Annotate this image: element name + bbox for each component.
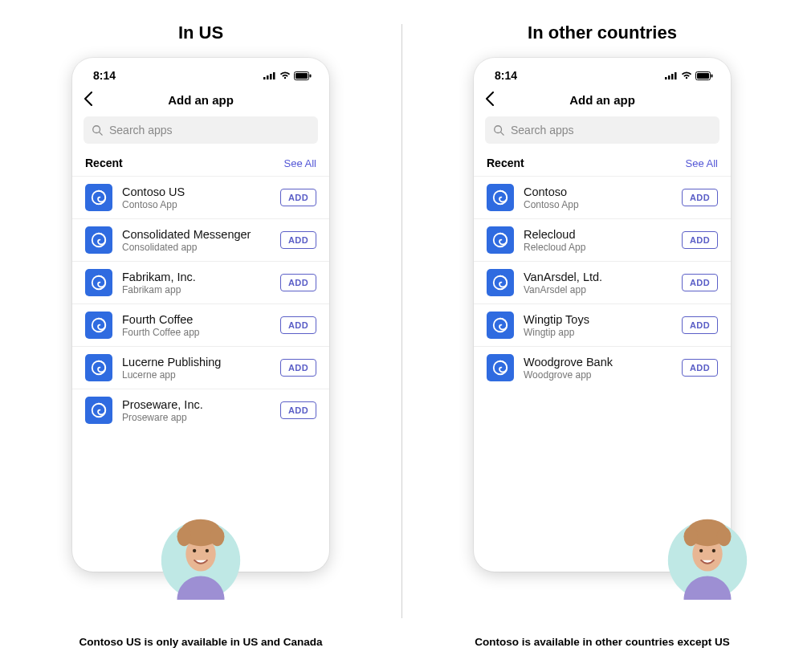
add-button[interactable]: ADD xyxy=(682,359,718,377)
app-name: Lucerne Publishing xyxy=(122,356,271,369)
chevron-left-icon xyxy=(84,92,93,106)
svg-rect-1 xyxy=(267,75,269,79)
search-input[interactable]: Search apps xyxy=(84,116,318,144)
svg-rect-28 xyxy=(711,74,713,77)
search-icon xyxy=(493,124,504,136)
app-publisher: Proseware app xyxy=(122,412,271,423)
list-item[interactable]: Woodgrove BankWoodgrove appADD xyxy=(474,346,731,389)
search-input[interactable]: Search apps xyxy=(485,116,719,144)
app-icon xyxy=(85,397,112,424)
add-button[interactable]: ADD xyxy=(280,316,316,334)
phone-mockup-right: 8:14 Add an app Search apps Recent xyxy=(474,58,731,572)
avatar-left xyxy=(153,505,248,600)
status-icons xyxy=(263,71,312,80)
add-button[interactable]: ADD xyxy=(280,189,316,206)
svg-point-19 xyxy=(210,527,225,547)
app-list-right: ContosoContoso AppADDRelecloudRelecloud … xyxy=(474,176,731,389)
svg-rect-0 xyxy=(263,77,266,79)
add-button[interactable]: ADD xyxy=(682,189,718,206)
app-publisher: Contoso App xyxy=(122,199,271,210)
add-button[interactable]: ADD xyxy=(280,401,316,419)
app-icon xyxy=(487,226,514,254)
chevron-left-icon xyxy=(485,92,495,106)
nav-row: Add an app xyxy=(72,90,329,116)
caption-left: Contoso US is only available in US and C… xyxy=(0,636,402,648)
svg-point-41 xyxy=(699,549,703,552)
add-button[interactable]: ADD xyxy=(280,274,316,291)
nav-row: Add an app xyxy=(474,90,731,116)
add-button[interactable]: ADD xyxy=(280,359,316,377)
app-publisher: Wingtip app xyxy=(524,327,672,338)
back-button[interactable] xyxy=(84,92,93,108)
app-publisher: VanArsdel app xyxy=(524,284,672,295)
wifi-icon xyxy=(681,71,692,79)
page-title: Add an app xyxy=(474,93,731,107)
app-publisher: Consolidated app xyxy=(122,242,271,253)
svg-point-39 xyxy=(684,527,699,547)
status-icons xyxy=(665,71,713,80)
svg-rect-5 xyxy=(296,73,308,79)
app-publisher: Fabrikam app xyxy=(122,284,271,295)
svg-rect-2 xyxy=(270,74,272,79)
page-title: Add an app xyxy=(72,93,329,107)
signal-icon xyxy=(263,71,276,79)
status-time: 8:14 xyxy=(495,69,517,82)
svg-point-20 xyxy=(193,549,196,552)
list-item[interactable]: Fabrikam, Inc.Fabrikam appADD xyxy=(72,261,329,303)
battery-icon xyxy=(695,71,713,80)
status-bar: 8:14 xyxy=(474,66,731,90)
app-icon xyxy=(487,269,514,296)
app-icon xyxy=(487,184,514,211)
svg-rect-25 xyxy=(675,72,677,79)
list-item[interactable]: Wingtip ToysWingtip appADD xyxy=(474,303,731,346)
app-name: Fabrikam, Inc. xyxy=(122,271,271,283)
app-publisher: Contoso App xyxy=(524,199,672,210)
search-icon xyxy=(92,124,103,136)
search-placeholder: Search apps xyxy=(109,124,173,136)
signal-icon xyxy=(665,71,678,79)
app-publisher: Lucerne app xyxy=(122,369,271,381)
svg-rect-23 xyxy=(668,75,671,79)
svg-point-40 xyxy=(717,527,732,547)
right-column: In other countries 8:14 Add an app Searc… xyxy=(402,0,803,672)
app-name: Fourth Coffee xyxy=(122,313,271,326)
list-item[interactable]: RelecloudRelecloud AppADD xyxy=(474,218,731,261)
add-button[interactable]: ADD xyxy=(682,316,718,334)
list-item[interactable]: Proseware, Inc.Proseware appADD xyxy=(72,389,329,431)
app-name: Proseware, Inc. xyxy=(122,398,271,411)
svg-rect-6 xyxy=(310,74,312,77)
left-column: In US 8:14 Add an app Search apps xyxy=(0,0,402,672)
svg-point-42 xyxy=(712,549,715,552)
app-icon xyxy=(487,312,514,339)
list-item[interactable]: Lucerne PublishingLucerne appADD xyxy=(72,346,329,389)
add-button[interactable]: ADD xyxy=(280,231,316,249)
svg-point-18 xyxy=(177,527,192,547)
see-all-link[interactable]: See All xyxy=(686,157,718,169)
app-name: Consolidated Messenger xyxy=(122,228,271,241)
app-icon xyxy=(85,184,112,211)
app-publisher: Woodgrove app xyxy=(524,369,672,381)
caption-right: Contoso is available in other countries … xyxy=(402,636,803,648)
back-button[interactable] xyxy=(485,92,495,108)
heading-right: In other countries xyxy=(528,22,677,43)
app-publisher: Fourth Coffee app xyxy=(122,327,271,338)
app-icon xyxy=(85,269,112,296)
app-icon xyxy=(85,312,112,339)
search-placeholder: Search apps xyxy=(511,124,574,136)
see-all-link[interactable]: See All xyxy=(284,157,316,169)
list-item[interactable]: Consolidated MessengerConsolidated appAD… xyxy=(72,218,329,261)
svg-rect-3 xyxy=(273,72,275,79)
svg-line-8 xyxy=(100,132,103,136)
wifi-icon xyxy=(279,71,291,79)
list-item[interactable]: Fourth CoffeeFourth Coffee appADD xyxy=(72,303,329,346)
app-publisher: Relecloud App xyxy=(524,242,672,253)
list-item[interactable]: VanArsdel, Ltd.VanArsdel appADD xyxy=(474,261,731,303)
section-label: Recent xyxy=(487,157,524,169)
list-item[interactable]: Contoso USContoso AppADD xyxy=(72,176,329,218)
add-button[interactable]: ADD xyxy=(682,274,718,291)
app-name: VanArsdel, Ltd. xyxy=(524,271,672,283)
app-name: Contoso xyxy=(524,185,672,198)
list-item[interactable]: ContosoContoso AppADD xyxy=(474,176,731,218)
svg-rect-24 xyxy=(671,74,674,79)
add-button[interactable]: ADD xyxy=(682,231,718,249)
